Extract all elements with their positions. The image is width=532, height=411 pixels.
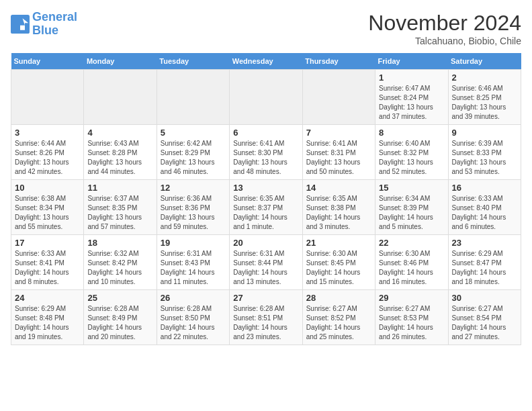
weekday-header-row: SundayMondayTuesdayWednesdayThursdayFrid… <box>11 53 521 70</box>
calendar-cell: 18Sunrise: 6:32 AM Sunset: 8:42 PM Dayli… <box>84 235 157 290</box>
logo-icon <box>11 15 30 34</box>
day-number: 21 <box>306 238 371 248</box>
calendar-cell: 8Sunrise: 6:40 AM Sunset: 8:32 PM Daylig… <box>375 125 448 180</box>
day-detail: Sunrise: 6:27 AM Sunset: 8:53 PM Dayligh… <box>379 304 444 342</box>
weekday-header: Saturday <box>448 53 521 70</box>
day-number: 3 <box>15 128 80 138</box>
calendar-cell: 4Sunrise: 6:43 AM Sunset: 8:28 PM Daylig… <box>84 125 157 180</box>
day-number: 30 <box>452 293 517 303</box>
calendar-cell: 26Sunrise: 6:28 AM Sunset: 8:50 PM Dayli… <box>157 290 229 345</box>
day-number: 7 <box>306 128 371 138</box>
calendar-cell: 19Sunrise: 6:31 AM Sunset: 8:43 PM Dayli… <box>157 235 229 290</box>
calendar-cell <box>11 70 84 125</box>
day-number: 27 <box>233 293 298 303</box>
day-number: 8 <box>379 128 444 138</box>
weekday-header: Wednesday <box>230 53 302 70</box>
day-number: 12 <box>161 183 226 193</box>
day-detail: Sunrise: 6:27 AM Sunset: 8:54 PM Dayligh… <box>452 304 517 342</box>
calendar-cell: 5Sunrise: 6:42 AM Sunset: 8:29 PM Daylig… <box>157 125 229 180</box>
day-detail: Sunrise: 6:40 AM Sunset: 8:32 PM Dayligh… <box>379 139 444 177</box>
day-number: 2 <box>452 73 517 83</box>
calendar-cell: 9Sunrise: 6:39 AM Sunset: 8:33 PM Daylig… <box>448 125 521 180</box>
day-number: 4 <box>87 128 152 138</box>
day-detail: Sunrise: 6:35 AM Sunset: 8:37 PM Dayligh… <box>233 194 298 232</box>
calendar-cell: 10Sunrise: 6:38 AM Sunset: 8:34 PM Dayli… <box>11 180 84 235</box>
calendar-cell <box>84 70 157 125</box>
day-number: 20 <box>233 238 298 248</box>
calendar-cell: 30Sunrise: 6:27 AM Sunset: 8:54 PM Dayli… <box>448 290 521 345</box>
day-detail: Sunrise: 6:28 AM Sunset: 8:49 PM Dayligh… <box>87 304 152 342</box>
title-block: November 2024 Talcahuano, Biobio, Chile <box>368 11 521 46</box>
calendar-week-row: 17Sunrise: 6:33 AM Sunset: 8:41 PM Dayli… <box>11 235 521 290</box>
day-number: 5 <box>161 128 226 138</box>
calendar-week-row: 10Sunrise: 6:38 AM Sunset: 8:34 PM Dayli… <box>11 180 521 235</box>
day-number: 18 <box>87 238 152 248</box>
calendar-cell <box>302 70 375 125</box>
day-number: 13 <box>233 183 298 193</box>
day-detail: Sunrise: 6:29 AM Sunset: 8:48 PM Dayligh… <box>15 304 80 342</box>
day-number: 22 <box>379 238 444 248</box>
day-detail: Sunrise: 6:39 AM Sunset: 8:33 PM Dayligh… <box>452 139 517 177</box>
day-detail: Sunrise: 6:32 AM Sunset: 8:42 PM Dayligh… <box>87 249 152 287</box>
day-detail: Sunrise: 6:29 AM Sunset: 8:47 PM Dayligh… <box>452 249 517 287</box>
day-detail: Sunrise: 6:36 AM Sunset: 8:36 PM Dayligh… <box>161 194 226 232</box>
calendar-cell: 14Sunrise: 6:35 AM Sunset: 8:38 PM Dayli… <box>302 180 375 235</box>
day-detail: Sunrise: 6:34 AM Sunset: 8:39 PM Dayligh… <box>379 194 444 232</box>
day-number: 28 <box>306 293 371 303</box>
day-number: 11 <box>87 183 152 193</box>
day-detail: Sunrise: 6:30 AM Sunset: 8:46 PM Dayligh… <box>379 249 444 287</box>
weekday-header: Sunday <box>11 53 84 70</box>
day-number: 1 <box>379 73 444 83</box>
day-number: 15 <box>379 183 444 193</box>
svg-rect-0 <box>11 15 30 34</box>
day-number: 23 <box>452 238 517 248</box>
calendar-cell: 28Sunrise: 6:27 AM Sunset: 8:52 PM Dayli… <box>302 290 375 345</box>
day-detail: Sunrise: 6:33 AM Sunset: 8:40 PM Dayligh… <box>452 194 517 232</box>
logo: General Blue <box>11 11 77 38</box>
day-number: 10 <box>15 183 80 193</box>
day-detail: Sunrise: 6:27 AM Sunset: 8:52 PM Dayligh… <box>306 304 371 342</box>
day-number: 25 <box>87 293 152 303</box>
calendar-cell: 23Sunrise: 6:29 AM Sunset: 8:47 PM Dayli… <box>448 235 521 290</box>
day-detail: Sunrise: 6:42 AM Sunset: 8:29 PM Dayligh… <box>161 139 226 177</box>
calendar-cell: 22Sunrise: 6:30 AM Sunset: 8:46 PM Dayli… <box>375 235 448 290</box>
page-header: General Blue November 2024 Talcahuano, B… <box>11 11 521 46</box>
day-detail: Sunrise: 6:31 AM Sunset: 8:43 PM Dayligh… <box>161 249 226 287</box>
weekday-header: Tuesday <box>157 53 229 70</box>
day-detail: Sunrise: 6:37 AM Sunset: 8:35 PM Dayligh… <box>87 194 152 232</box>
day-number: 26 <box>161 293 226 303</box>
day-detail: Sunrise: 6:46 AM Sunset: 8:25 PM Dayligh… <box>452 84 517 122</box>
day-number: 17 <box>15 238 80 248</box>
weekday-header: Thursday <box>302 53 375 70</box>
calendar-cell: 24Sunrise: 6:29 AM Sunset: 8:48 PM Dayli… <box>11 290 84 345</box>
day-number: 14 <box>306 183 371 193</box>
calendar-cell: 29Sunrise: 6:27 AM Sunset: 8:53 PM Dayli… <box>375 290 448 345</box>
day-detail: Sunrise: 6:30 AM Sunset: 8:45 PM Dayligh… <box>306 249 371 287</box>
calendar-cell: 25Sunrise: 6:28 AM Sunset: 8:49 PM Dayli… <box>84 290 157 345</box>
calendar-cell: 17Sunrise: 6:33 AM Sunset: 8:41 PM Dayli… <box>11 235 84 290</box>
calendar-cell: 6Sunrise: 6:41 AM Sunset: 8:30 PM Daylig… <box>230 125 302 180</box>
calendar-cell <box>157 70 229 125</box>
month-title: November 2024 <box>368 11 521 36</box>
calendar-table: SundayMondayTuesdayWednesdayThursdayFrid… <box>11 53 521 345</box>
calendar-cell <box>230 70 302 125</box>
day-detail: Sunrise: 6:33 AM Sunset: 8:41 PM Dayligh… <box>15 249 80 287</box>
calendar-cell: 16Sunrise: 6:33 AM Sunset: 8:40 PM Dayli… <box>448 180 521 235</box>
day-detail: Sunrise: 6:31 AM Sunset: 8:44 PM Dayligh… <box>233 249 298 287</box>
day-number: 9 <box>452 128 517 138</box>
day-detail: Sunrise: 6:38 AM Sunset: 8:34 PM Dayligh… <box>15 194 80 232</box>
day-detail: Sunrise: 6:43 AM Sunset: 8:28 PM Dayligh… <box>87 139 152 177</box>
calendar-cell: 11Sunrise: 6:37 AM Sunset: 8:35 PM Dayli… <box>84 180 157 235</box>
weekday-header: Friday <box>375 53 448 70</box>
day-detail: Sunrise: 6:41 AM Sunset: 8:30 PM Dayligh… <box>233 139 298 177</box>
calendar-week-row: 24Sunrise: 6:29 AM Sunset: 8:48 PM Dayli… <box>11 290 521 345</box>
calendar-cell: 1Sunrise: 6:47 AM Sunset: 8:24 PM Daylig… <box>375 70 448 125</box>
calendar-cell: 7Sunrise: 6:41 AM Sunset: 8:31 PM Daylig… <box>302 125 375 180</box>
day-number: 6 <box>233 128 298 138</box>
weekday-header: Monday <box>84 53 157 70</box>
day-number: 24 <box>15 293 80 303</box>
calendar-cell: 15Sunrise: 6:34 AM Sunset: 8:39 PM Dayli… <box>375 180 448 235</box>
logo-text: General Blue <box>32 11 77 38</box>
day-number: 19 <box>161 238 226 248</box>
day-detail: Sunrise: 6:44 AM Sunset: 8:26 PM Dayligh… <box>15 139 80 177</box>
